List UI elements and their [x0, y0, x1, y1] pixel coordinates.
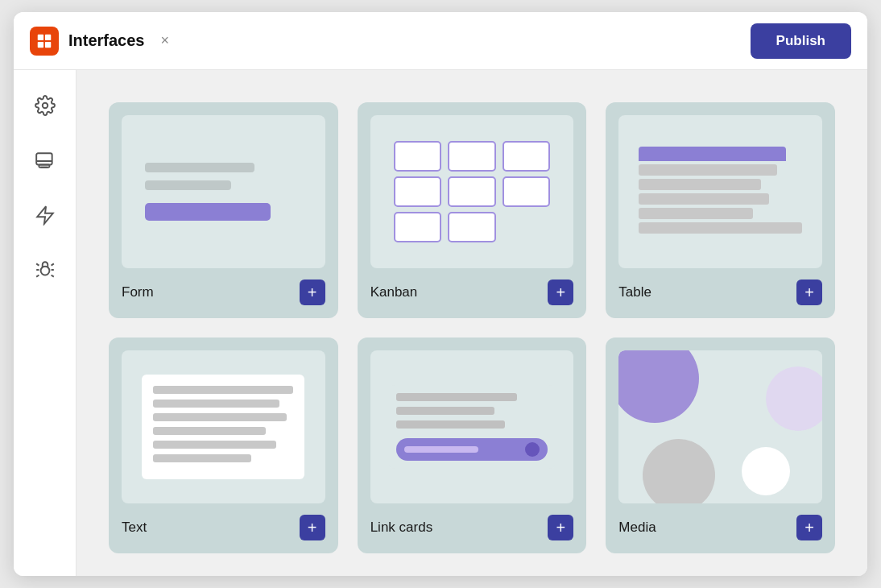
- text-line-1: [153, 386, 293, 394]
- kanban-card: [503, 141, 551, 172]
- media-shape-3: [766, 366, 822, 431]
- form-card-footer: Form +: [122, 280, 325, 305]
- card-link-cards[interactable]: Link cards +: [358, 337, 587, 553]
- form-line-1: [145, 163, 254, 172]
- card-media[interactable]: Media +: [606, 337, 835, 553]
- text-preview-area: [122, 350, 325, 503]
- kanban-card: [394, 141, 442, 172]
- sidebar-item-settings[interactable]: [29, 89, 61, 122]
- lightning-icon: [35, 205, 56, 226]
- linkcard-bar-line: [404, 446, 478, 453]
- card-grid: Form +: [109, 102, 835, 553]
- sidebar-item-automation[interactable]: [29, 199, 61, 231]
- svg-line-12: [36, 275, 39, 277]
- kanban-add-button[interactable]: +: [548, 280, 573, 305]
- table-preview-area: [618, 115, 822, 268]
- card-table[interactable]: Table +: [606, 102, 835, 318]
- kanban-card-footer: Kanban +: [370, 280, 574, 305]
- media-card-label: Media: [618, 520, 656, 536]
- title-bar: Interfaces × Publish: [14, 12, 867, 70]
- kanban-card: [503, 176, 551, 207]
- form-add-button[interactable]: +: [300, 280, 325, 305]
- kanban-col-2: [448, 141, 496, 242]
- table-row-3: [639, 193, 769, 205]
- svg-rect-3: [45, 41, 51, 47]
- linkcard-bar: [396, 438, 547, 461]
- kanban-card: [394, 176, 442, 207]
- kanban-card-label: Kanban: [370, 284, 418, 300]
- table-row-5: [639, 222, 801, 234]
- svg-point-4: [42, 103, 48, 109]
- media-shape-4: [742, 447, 790, 495]
- text-line-3: [153, 413, 286, 421]
- app-title: Interfaces: [68, 31, 145, 50]
- display-icon: [35, 150, 56, 171]
- kanban-card: [394, 212, 442, 242]
- linkcard-line-1: [396, 393, 517, 401]
- card-kanban[interactable]: Kanban +: [358, 102, 587, 318]
- media-add-button[interactable]: +: [796, 515, 822, 540]
- kanban-col-1: [394, 141, 442, 242]
- text-line-2: [153, 400, 279, 408]
- kanban-illustration: [386, 133, 559, 251]
- content-area: Form +: [77, 70, 867, 576]
- card-text[interactable]: Text +: [109, 337, 338, 553]
- linkcard-dot: [525, 442, 540, 457]
- link-cards-footer: Link cards +: [370, 515, 574, 540]
- form-card-label: Form: [122, 284, 154, 300]
- close-button[interactable]: ×: [155, 29, 176, 52]
- card-form[interactable]: Form +: [109, 102, 338, 318]
- text-add-button[interactable]: +: [300, 515, 325, 540]
- table-row-4: [639, 208, 753, 219]
- svg-rect-5: [36, 153, 52, 164]
- svg-line-15: [51, 263, 53, 265]
- form-illustration: [137, 155, 310, 229]
- table-card-label: Table: [618, 284, 651, 300]
- main-area: Form +: [14, 70, 867, 576]
- media-shape-1: [618, 350, 699, 423]
- linkcard-line-2: [396, 407, 494, 415]
- text-card-footer: Text +: [122, 515, 325, 540]
- gear-icon: [35, 95, 56, 116]
- table-add-button[interactable]: +: [796, 280, 822, 305]
- kanban-col-3: [503, 141, 551, 242]
- app-logo-icon: [35, 32, 53, 50]
- kanban-card: [448, 212, 496, 242]
- table-row-2: [639, 179, 761, 190]
- svg-line-13: [51, 275, 53, 277]
- title-bar-left: Interfaces ×: [30, 27, 176, 56]
- table-card-footer: Table +: [618, 280, 822, 305]
- text-illustration: [142, 375, 304, 479]
- media-preview-area: [618, 350, 822, 503]
- svg-rect-2: [38, 41, 43, 47]
- form-line-2: [145, 180, 231, 190]
- media-shape-2: [643, 439, 715, 503]
- table-header: [639, 147, 785, 161]
- text-card-label: Text: [122, 520, 147, 536]
- svg-line-14: [36, 263, 39, 265]
- form-preview-area: [122, 115, 325, 268]
- svg-point-9: [40, 267, 49, 275]
- sidebar-item-display[interactable]: [29, 144, 61, 176]
- kanban-card: [448, 176, 496, 207]
- sidebar: [14, 70, 77, 576]
- link-cards-add-button[interactable]: +: [548, 515, 573, 540]
- link-card-lines: [396, 393, 547, 429]
- media-illustration: [618, 350, 822, 503]
- text-line-6: [153, 454, 251, 462]
- link-cards-illustration: [388, 385, 555, 469]
- link-cards-label: Link cards: [370, 520, 432, 536]
- sidebar-item-debug[interactable]: [29, 254, 61, 286]
- publish-button[interactable]: Publish: [751, 23, 851, 59]
- svg-rect-1: [45, 34, 51, 39]
- text-line-5: [153, 441, 276, 449]
- table-row-1: [639, 164, 777, 176]
- media-card-footer: Media +: [618, 515, 822, 540]
- kanban-preview-area: [370, 115, 574, 268]
- table-illustration: [631, 139, 809, 245]
- linkcard-line-3: [396, 420, 505, 429]
- svg-rect-0: [38, 34, 43, 39]
- text-line-4: [153, 427, 265, 435]
- app-icon: [30, 27, 59, 56]
- app-window: Interfaces × Publish: [14, 12, 867, 576]
